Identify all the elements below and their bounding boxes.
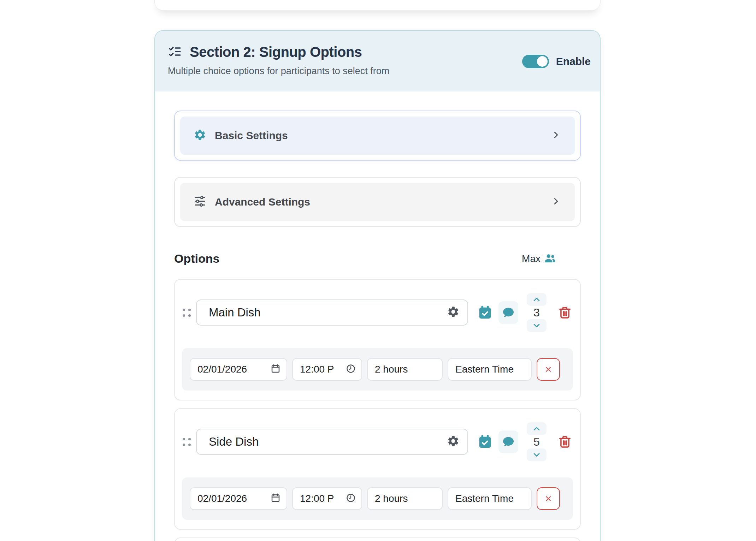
remove-slot-button[interactable]	[537, 358, 560, 381]
slot-time-input[interactable]	[300, 493, 343, 504]
delete-option-button[interactable]	[557, 433, 573, 450]
slot-date-field	[190, 358, 287, 381]
slot-duration-field	[367, 487, 443, 510]
signup-options-section-card: Section 2: Signup Options Multiple choic…	[154, 30, 601, 541]
option-name-input[interactable]	[209, 435, 447, 448]
max-value: 3	[533, 307, 540, 319]
slot-time-input[interactable]	[300, 364, 343, 375]
advanced-settings-label: Advanced Settings	[215, 196, 542, 208]
comment-button[interactable]	[498, 301, 518, 324]
basic-settings-label: Basic Settings	[215, 130, 542, 142]
slot-timezone-input[interactable]	[455, 493, 525, 504]
chevron-right-icon	[551, 196, 561, 208]
section-header: Section 2: Signup Options Multiple choic…	[155, 31, 600, 91]
max-decrease-button[interactable]	[527, 319, 547, 332]
max-column-header: Max	[522, 252, 556, 266]
enable-label: Enable	[556, 55, 591, 67]
option-settings-gear-icon[interactable]	[447, 305, 460, 320]
options-heading: Options	[174, 252, 219, 266]
max-increase-button[interactable]	[527, 422, 547, 435]
basic-settings-row: Basic Settings	[180, 117, 575, 155]
calendar-check-button[interactable]	[475, 430, 495, 453]
previous-section-card	[154, 0, 601, 11]
option-card: 3	[174, 279, 581, 400]
slot-row	[182, 477, 573, 520]
section-header-text: Section 2: Signup Options Multiple choic…	[168, 44, 389, 77]
option-settings-gear-icon[interactable]	[447, 435, 460, 449]
advanced-settings-panel[interactable]: Advanced Settings	[174, 177, 581, 227]
max-decrease-button[interactable]	[527, 448, 547, 461]
slot-time-field	[292, 358, 362, 381]
enable-toggle-group: Enable	[522, 55, 591, 68]
basic-settings-panel[interactable]: Basic Settings	[174, 111, 581, 161]
max-label: Max	[522, 253, 541, 264]
remove-slot-button[interactable]	[537, 487, 560, 510]
section-title: Section 2: Signup Options	[190, 44, 362, 60]
chevron-right-icon	[551, 130, 561, 142]
slot-row	[182, 348, 573, 391]
drag-handle-icon[interactable]	[182, 438, 191, 446]
advanced-settings-row: Advanced Settings	[180, 183, 575, 221]
option-name-input[interactable]	[209, 306, 447, 319]
max-value: 5	[533, 436, 540, 448]
slot-duration-field	[367, 358, 443, 381]
delete-option-button[interactable]	[557, 304, 573, 321]
toggle-knob	[537, 56, 548, 67]
calendar-icon[interactable]	[270, 363, 281, 375]
max-stepper: 3	[527, 293, 547, 332]
section-subtitle: Multiple choice options for participants…	[168, 66, 389, 77]
calendar-icon[interactable]	[270, 493, 281, 505]
calendar-check-button[interactable]	[475, 301, 495, 324]
sliders-icon	[194, 195, 206, 209]
clock-icon[interactable]	[346, 493, 356, 504]
section-body: Basic Settings Advanced Setti	[155, 91, 600, 541]
slot-duration-input[interactable]	[375, 364, 436, 375]
comment-button[interactable]	[498, 430, 518, 453]
slot-timezone-field	[448, 358, 532, 381]
option-name-field	[196, 429, 468, 455]
drag-handle-icon[interactable]	[182, 309, 191, 317]
max-stepper: 5	[527, 422, 547, 461]
slot-timezone-field	[448, 487, 532, 510]
list-checks-icon	[168, 44, 182, 60]
option-row: 3	[182, 293, 573, 332]
slot-date-field	[190, 487, 287, 510]
option-row: 5	[182, 422, 573, 461]
options-heading-row: Options Max	[174, 252, 581, 266]
slot-time-field	[292, 487, 362, 510]
users-icon	[544, 252, 556, 266]
slot-timezone-input[interactable]	[455, 364, 525, 375]
max-increase-button[interactable]	[527, 293, 547, 306]
slot-date-input[interactable]	[197, 493, 267, 504]
option-name-field	[196, 299, 468, 326]
clock-icon[interactable]	[346, 364, 356, 375]
enable-toggle[interactable]	[522, 55, 549, 68]
option-card: 3	[174, 537, 581, 541]
gear-icon	[194, 129, 206, 143]
slot-duration-input[interactable]	[375, 493, 436, 504]
option-card: 5	[174, 408, 581, 530]
page: Section 2: Signup Options Multiple choic…	[0, 0, 756, 541]
slot-date-input[interactable]	[197, 364, 267, 375]
